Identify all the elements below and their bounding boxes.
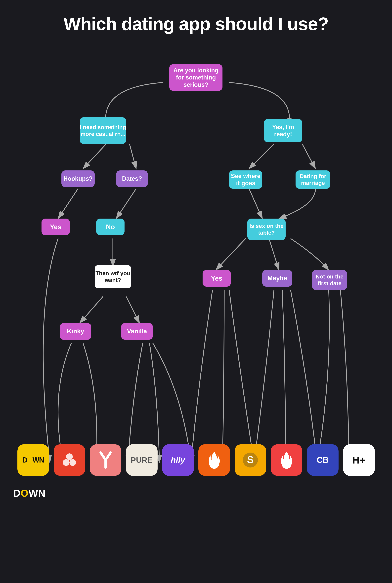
node-root: Are you looking for something serious? bbox=[169, 64, 222, 91]
node-yes1: Yes bbox=[42, 219, 70, 235]
node-hookups: Hookups? bbox=[62, 170, 95, 187]
svg-point-1 bbox=[66, 453, 73, 460]
svg-point-2 bbox=[63, 459, 70, 466]
app-hud bbox=[198, 444, 230, 476]
flowchart: Are you looking for something serious? I… bbox=[0, 44, 392, 509]
node-not-first-date: Not on the first date bbox=[312, 270, 347, 290]
app-tinder bbox=[271, 444, 302, 476]
node-no1: No bbox=[96, 219, 124, 235]
node-kinky: Kinky bbox=[60, 323, 91, 340]
app-skout: S bbox=[234, 444, 266, 476]
app-casualx: CB bbox=[307, 444, 338, 476]
app-pure: PURE bbox=[126, 444, 158, 476]
apps-row: DOWN PURE hily bbox=[18, 444, 375, 476]
brand-footer: DOWN bbox=[13, 488, 46, 499]
node-yes2: Yes bbox=[202, 270, 231, 287]
node-maybe: Maybe bbox=[262, 270, 292, 287]
node-dating-marriage: Dating for marriage bbox=[296, 170, 330, 189]
node-yes-ready: Yes, I'm ready! bbox=[264, 119, 302, 142]
app-happn: H+ bbox=[343, 444, 375, 476]
page-title: Which dating app should I use? bbox=[0, 0, 392, 44]
node-then-wtf: Then wtf you want? bbox=[95, 265, 131, 288]
app-hily: hily bbox=[162, 444, 194, 476]
app-bumble bbox=[54, 444, 85, 476]
svg-text:S: S bbox=[247, 454, 254, 465]
node-dates: Dates? bbox=[116, 170, 148, 187]
node-is-sex: Is sex on the table? bbox=[248, 219, 286, 240]
app-down: DOWN bbox=[18, 444, 49, 476]
node-casual: I need something more casual rn... bbox=[80, 117, 126, 144]
app-feeld bbox=[90, 444, 121, 476]
node-vanilla: Vanilla bbox=[121, 323, 153, 340]
node-see-where: See where it goes bbox=[229, 170, 262, 189]
svg-point-3 bbox=[70, 459, 76, 466]
